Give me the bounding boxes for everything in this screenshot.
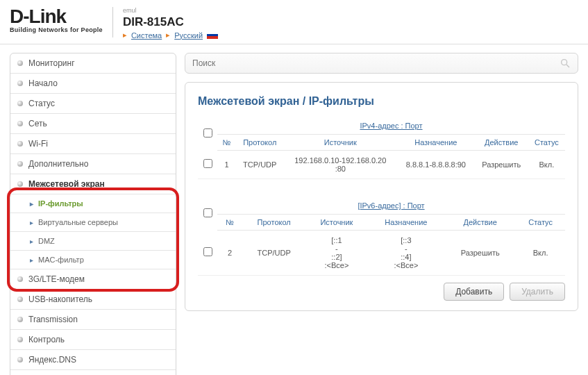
- col-act: Действие: [475, 135, 528, 151]
- col-proto: Протокол: [236, 135, 283, 151]
- arrow-icon: ▸: [123, 31, 127, 40]
- cell-act: Разрешить: [475, 151, 528, 179]
- search-input[interactable]: [192, 58, 560, 68]
- content-panel: Межсетевой экран / IP-фильтры IPv4-адрес…: [185, 82, 578, 311]
- header-divider: [112, 7, 113, 38]
- svg-line-1: [566, 65, 569, 67]
- cell-act: Разрешить: [444, 231, 516, 276]
- sidebar-item[interactable]: Transmission: [10, 310, 176, 330]
- link-system[interactable]: Система: [131, 31, 162, 40]
- cell-stat: Вкл.: [528, 151, 565, 179]
- sidebar-item[interactable]: Система: [10, 370, 176, 375]
- flag-icon: [207, 31, 218, 39]
- cell-dst: 8.8.8.1-8.8.8.8:90: [397, 151, 475, 179]
- col-stat: Статус: [528, 135, 565, 151]
- table-row[interactable]: 2TCP/UDP[::1 - ::2] :<Все>[::3 - ::4] :<…: [198, 231, 565, 276]
- header-links: ▸ Система ▸ Русский: [123, 31, 218, 40]
- col-src: Источник: [283, 135, 397, 151]
- logo-text: D-Link: [10, 7, 103, 26]
- sidebar-item[interactable]: 3G/LTE-модем: [10, 269, 176, 290]
- cell-stat: Вкл.: [516, 231, 565, 276]
- col-num: №: [217, 135, 236, 151]
- logo-slogan: Building Networks for People: [10, 26, 103, 33]
- sidebar-item[interactable]: Мониторинг: [10, 53, 176, 74]
- cell-proto: TCP/UDP: [236, 151, 283, 179]
- col-num: №: [217, 215, 242, 231]
- sidebar-item[interactable]: Межсетевой экран: [10, 174, 176, 194]
- arrow-icon: ▸: [166, 31, 170, 40]
- col-src: Источник: [305, 215, 367, 231]
- cell-num: 1: [217, 151, 236, 179]
- sidebar-item[interactable]: Сеть: [10, 114, 176, 134]
- sidebar-item[interactable]: Дополнительно: [10, 154, 176, 174]
- sidebar-item[interactable]: Контроль: [10, 330, 176, 350]
- ipv4-select-all[interactable]: [203, 128, 212, 138]
- col-proto: Протокол: [242, 215, 305, 231]
- ipv6-title[interactable]: [IPv6-адрес] : Порт: [217, 197, 565, 215]
- header: D-Link Building Networks for People emul…: [0, 0, 588, 44]
- logo: D-Link Building Networks for People: [10, 7, 103, 33]
- cell-src: [::1 - ::2] :<Все>: [305, 231, 367, 276]
- sidebar-item[interactable]: Яндекс.DNS: [10, 350, 176, 370]
- svg-point-0: [562, 60, 567, 65]
- sidebar-subitem[interactable]: Виртуальные серверы: [10, 213, 176, 232]
- cell-dst: [::3 - ::4] :<Все>: [368, 231, 445, 276]
- sidebar-item[interactable]: Начало: [10, 74, 176, 94]
- sidebar-item[interactable]: Статус: [10, 94, 176, 114]
- col-stat: Статус: [516, 215, 565, 231]
- col-act: Действие: [444, 215, 516, 231]
- page-title: Межсетевой экран / IP-фильтры: [198, 95, 565, 108]
- search-bar[interactable]: [185, 53, 578, 74]
- ipv4-table: IPv4-адрес : Порт № Протокол Источник На…: [198, 117, 565, 179]
- sidebar-subitem[interactable]: DMZ: [10, 232, 176, 251]
- search-icon: [560, 58, 571, 69]
- row-checkbox[interactable]: [203, 247, 212, 256]
- sidebar-item[interactable]: Wi-Fi: [10, 134, 176, 154]
- emul-label: emul: [123, 7, 218, 14]
- delete-button[interactable]: Удалить: [510, 283, 565, 301]
- sidebar-subitem[interactable]: IP-фильтры: [10, 194, 176, 213]
- col-dst: Назначение: [397, 135, 475, 151]
- sidebar-menu: МониторингНачалоСтатусСетьWi-FiДополните…: [10, 53, 176, 375]
- ipv6-table: [IPv6-адрес] : Порт № Протокол Источник …: [198, 197, 565, 276]
- cell-proto: TCP/UDP: [242, 231, 305, 276]
- link-language[interactable]: Русский: [174, 31, 203, 40]
- model-name: DIR-815AC: [123, 15, 218, 29]
- table-row[interactable]: 1TCP/UDP192.168.0.10-192.168.0.20 :808.8…: [198, 151, 565, 179]
- add-button[interactable]: Добавить: [444, 283, 504, 301]
- sidebar-item[interactable]: USB-накопитель: [10, 290, 176, 310]
- ipv6-select-all[interactable]: [203, 208, 212, 217]
- ipv4-title[interactable]: IPv4-адрес : Порт: [217, 117, 565, 135]
- col-dst: Назначение: [368, 215, 445, 231]
- sidebar-subitem[interactable]: MAC-фильтр: [10, 251, 176, 269]
- cell-num: 2: [217, 231, 242, 276]
- button-row: Добавить Удалить: [198, 283, 565, 301]
- cell-src: 192.168.0.10-192.168.0.20 :80: [283, 151, 397, 179]
- row-checkbox[interactable]: [203, 159, 212, 168]
- sidebar: МониторингНачалоСтатусСетьWi-FiДополните…: [10, 53, 176, 375]
